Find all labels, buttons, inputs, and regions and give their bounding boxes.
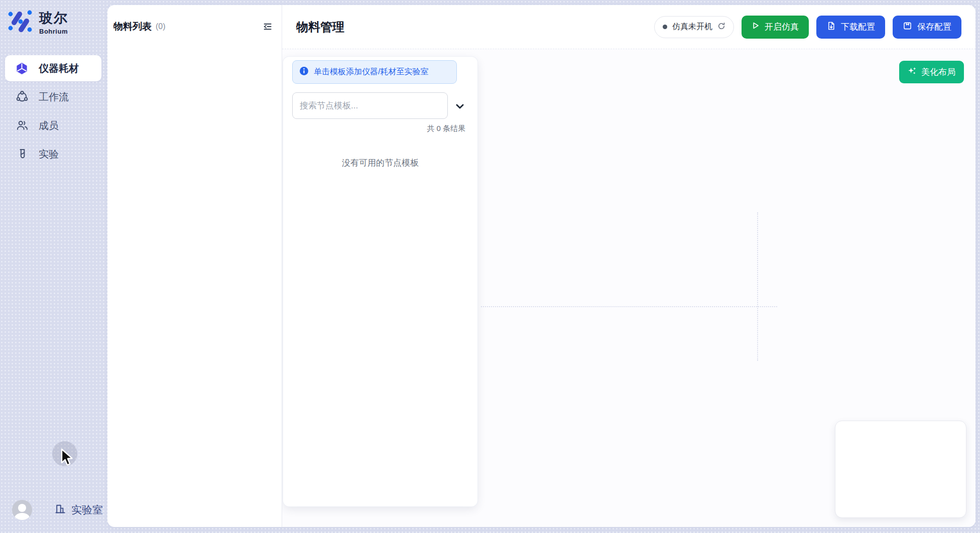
building-icon [54, 503, 66, 517]
search-template-input[interactable] [292, 92, 448, 119]
beautify-layout-label: 美化布局 [921, 66, 955, 78]
sidebar-item-experiment[interactable]: 实验 [5, 141, 101, 167]
sidebar-item-members[interactable]: 成员 [5, 112, 101, 139]
brand-logo: 玻尔 Bohrium [0, 0, 107, 36]
sidebar-item-label: 仪器耗材 [39, 62, 79, 75]
download-config-label: 下载配置 [841, 21, 875, 33]
canvas-guide-horizontal [481, 306, 777, 307]
main-area: 物料管理 仿真未开机 [282, 5, 975, 527]
page-title: 物料管理 [296, 19, 344, 35]
sidebar-item-instruments[interactable]: 仪器耗材 [5, 55, 101, 81]
results-count: 共 0 条结果 [427, 124, 465, 134]
start-simulation-label: 开启仿真 [765, 21, 799, 33]
collapse-panel-icon[interactable] [262, 21, 274, 33]
sidebar-item-label: 实验 [39, 148, 59, 161]
simulation-status[interactable]: 仿真未开机 [654, 16, 734, 38]
mouse-cursor [59, 448, 76, 470]
content-card: 物料列表 (0) 物料管理 仿真未开机 [107, 5, 975, 527]
workflow-canvas[interactable]: 单击模板添加仪器/耗材至实验室 共 0 条结果 没有可用的节点模板 [282, 49, 975, 527]
file-download-icon [826, 21, 836, 33]
save-config-label: 保存配置 [917, 21, 951, 33]
brand-subtitle: Bohrium [39, 28, 68, 35]
status-dot-icon [663, 25, 667, 29]
sidebar-item-label: 工作流 [39, 90, 69, 104]
template-panel: 单击模板添加仪器/耗材至实验室 共 0 条结果 没有可用的节点模板 [283, 57, 477, 506]
bohrium-logo-icon [7, 8, 33, 36]
sidebar-item-workflow[interactable]: 工作流 [5, 84, 101, 110]
start-simulation-button[interactable]: 开启仿真 [742, 16, 809, 39]
cube-icon [15, 62, 29, 75]
main-header: 物料管理 仿真未开机 [282, 5, 975, 49]
materials-list-count: (0) [156, 22, 166, 31]
sparkles-icon [908, 66, 917, 78]
materials-list-panel: 物料列表 (0) [107, 5, 282, 527]
sidebar-nav: 仪器耗材 工作流 成员 [0, 55, 107, 167]
download-config-button[interactable]: 下载配置 [816, 16, 885, 39]
save-icon [903, 21, 912, 33]
hint-banner-text: 单击模板添加仪器/耗材至实验室 [314, 67, 428, 77]
lab-label: 实验室 [71, 503, 103, 517]
save-config-button[interactable]: 保存配置 [893, 16, 961, 39]
play-icon [752, 22, 760, 32]
sidebar: 玻尔 Bohrium 仪器耗材 工作流 [0, 0, 107, 533]
hint-banner: 单击模板添加仪器/耗材至实验室 [292, 60, 457, 84]
empty-templates-text: 没有可用的节点模板 [283, 157, 477, 169]
refresh-icon[interactable] [717, 22, 725, 32]
workflow-icon [15, 90, 29, 104]
lab-switcher[interactable]: 实验室 [54, 503, 103, 517]
materials-list-title: 物料列表 [113, 20, 152, 33]
chevron-down-icon[interactable] [454, 101, 465, 112]
canvas-minimap[interactable] [835, 421, 966, 518]
sidebar-item-label: 成员 [39, 119, 59, 132]
beautify-layout-button[interactable]: 美化布局 [899, 61, 964, 83]
canvas-guide-vertical [757, 212, 758, 361]
members-icon [15, 119, 29, 132]
info-icon [299, 66, 309, 78]
test-tube-icon [15, 148, 29, 161]
user-avatar[interactable] [12, 500, 32, 520]
brand-name: 玻尔 [39, 9, 68, 27]
status-label: 仿真未开机 [672, 22, 712, 32]
